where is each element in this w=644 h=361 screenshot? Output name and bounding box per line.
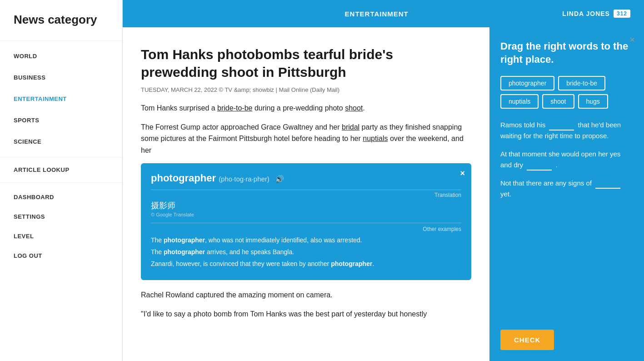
sidebar-item-level[interactable]: LEVEL [0,226,122,246]
sentence-3-before: Not that there are any signs of [500,179,592,187]
fill-blank-1[interactable] [549,121,574,130]
sidebar-item-logout[interactable]: LOG OUT [0,246,122,266]
sidebar: News category WORLD BUSINESS ENTERTAINME… [0,0,123,361]
dict-example-3: Zanardi, however, is convinced that they… [151,260,461,269]
article-para1: Tom Hanks surprised a bride-to-be during… [141,102,471,114]
sidebar-item-dashboard[interactable]: DASHBOARD [0,187,122,207]
sentence-2-after: . [555,161,557,169]
sentence-1-before: Ramos told his [500,121,545,129]
fill-blank-2[interactable] [527,161,552,170]
fill-sentences: Ramos told his that he'd been waiting fo… [500,120,633,321]
right-panel: Drag the right words to the right place.… [489,27,644,361]
sidebar-bottom: DASHBOARD SETTINGS LEVEL LOG OUT [0,183,122,270]
dict-translation-text: 摄影师 [151,200,461,211]
dict-example-2: The photographer arrives, and he speaks … [151,248,461,257]
panel-instruction: Drag the right words to the right place. [500,40,633,66]
topbar-badge: 312 [614,10,630,18]
dict-word: photographer (pho·tog·ra·pher) 🔊 [151,172,461,184]
topbar: ENTERTAINMENT LINDA JONES 312 [123,0,644,27]
topbar-category: ENTERTAINMENT [345,10,409,18]
fill-sentence-1: Ramos told his that he'd been waiting fo… [500,120,633,141]
sentence-3-after: yet. [500,190,511,198]
topbar-username: LINDA JONES [562,10,610,17]
article-content: Tom Hanks photobombs tearful bride's pre… [123,27,489,361]
article-para3: Rachel Rowland captured the amazing mome… [141,289,471,301]
check-button[interactable]: CHECK [500,330,554,350]
dict-examples-label: Other examples [151,226,461,232]
fill-sentence-3: Not that there are any signs of yet. [500,178,633,200]
article-para4: "I'd like to say a photo bomb from Tom H… [141,308,471,320]
sentence-2-before: At that moment she would open her yes an… [500,150,620,169]
article-meta: TUESDAY, MARCH 22, 2022 © TV &amp; showb… [141,86,471,93]
word-bridal[interactable]: bridal [342,123,359,131]
article-title: Tom Hanks photobombs tearful bride's pre… [141,45,471,81]
sound-icon[interactable]: 🔊 [275,175,284,183]
sidebar-nav: WORLD BUSINESS ENTERTAINMENT SPORTS SCIE… [0,41,122,157]
article-body: Tom Hanks surprised a bride-to-be during… [141,102,471,320]
fill-sentence-2: At that moment she would open her yes an… [500,149,633,170]
drag-word-photographer[interactable]: photographer [500,76,554,90]
sidebar-item-article-lookup[interactable]: ARTICLE LOOKUP [0,157,122,183]
sidebar-item-entertainment[interactable]: ENTERTAINMENT [0,88,122,110]
word-bride-to-be[interactable]: bride-to-be [217,104,252,112]
dict-popup: × photographer (pho·tog·ra·pher) 🔊 Trans… [141,163,471,280]
dict-google-label: © Google Translate [151,212,461,217]
main-area: ENTERTAINMENT LINDA JONES 312 × Tom Hank… [123,0,644,361]
drag-word-nuptials[interactable]: nuptials [500,94,539,109]
dict-word-text[interactable]: photographer [151,172,216,184]
sidebar-item-science[interactable]: SCIENCE [0,131,122,152]
dict-translation-label: Translation [151,192,461,198]
sidebar-title: News category [0,0,122,41]
sidebar-item-sports[interactable]: SPORTS [0,110,122,131]
drag-word-bride-to-be[interactable]: bride-to-be [558,76,605,90]
drag-word-hugs[interactable]: hugs [578,94,608,109]
article-outer: × Tom Hanks photobombs tearful bride's p… [123,27,644,361]
fill-blank-3[interactable] [595,180,620,189]
sidebar-item-settings[interactable]: SETTINGS [0,207,122,226]
close-button[interactable]: × [629,35,635,45]
drag-word-shoot[interactable]: shoot [542,94,574,109]
drag-words-container: photographer bride-to-be nuptials shoot … [500,76,633,109]
word-shoot[interactable]: shoot [345,104,363,112]
topbar-user: LINDA JONES 312 [562,10,630,18]
sidebar-item-business[interactable]: BUSINESS [0,67,122,88]
dict-phonetic: (pho·tog·ra·pher) [219,175,270,183]
dict-close-button[interactable]: × [460,169,465,178]
sidebar-item-world[interactable]: WORLD [0,45,122,67]
dict-example-1: The photographer, who was not immediatel… [151,236,461,245]
article-para2: The Forrest Gump actor approached Grace … [141,121,471,156]
word-nuptials[interactable]: nuptials [363,135,388,142]
